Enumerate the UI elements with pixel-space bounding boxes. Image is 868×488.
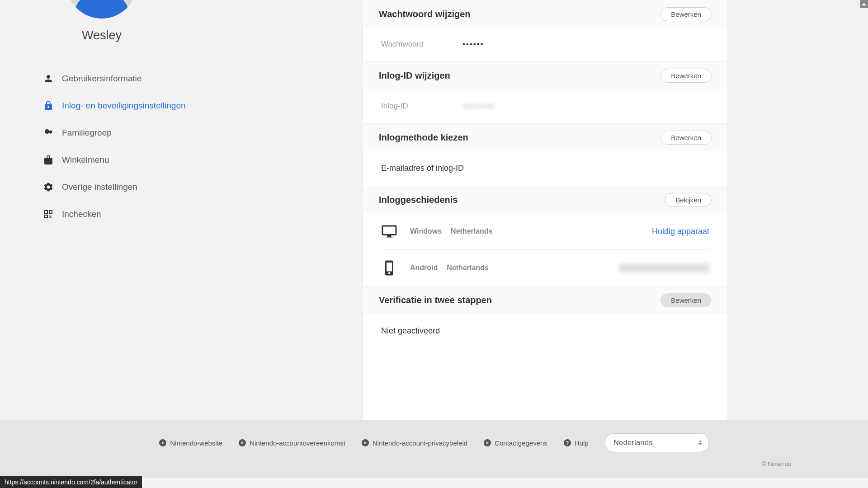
data-row: Inlog-ID obscured [381,97,709,115]
footer-link-label: Nintendo-accountovereenkomst [250,439,345,447]
section-header: Wachtwoord wijzigen Bewerken [363,0,727,27]
section-body: Niet geactiveerd [363,314,727,348]
login-id-value: obscured [462,102,494,111]
section-body: Inlog-ID obscured [363,89,727,123]
two-factor-value: Niet geactiveerd [381,326,440,336]
edit-two-factor-button[interactable]: Bewerken [660,293,712,307]
gear-icon [43,182,54,192]
edit-login-id-button[interactable]: Bewerken [660,69,712,83]
nav-label: Familiegroep [62,128,112,138]
section-title: Inlogmethode kiezen [379,132,468,143]
browser-status-bar: https://accounts.nintendo.com/2fa/authen… [0,476,142,488]
section-title: Inloggeschiedenis [379,195,458,205]
sidebar-item-check-in[interactable]: Inchecken [43,201,233,228]
shop-icon [43,155,54,165]
history-location: Netherlands [447,264,488,272]
history-os: Windows [410,227,442,235]
history-info: Windows Netherlands [410,227,639,235]
section-header: Inloggeschiedenis Bekijken [363,186,727,213]
mobile-icon [381,260,397,276]
language-value: Nederlands [613,438,653,447]
language-select[interactable]: Nederlands [605,433,709,452]
arrow-icon [362,439,369,446]
section-header: Verificatie in twee stappen Bewerken [363,286,727,314]
sidebar-item-family-group[interactable]: Familiegroep [43,119,233,146]
data-row: Wachtwoord •••••• [381,35,709,53]
section-body: Wachtwoord •••••• [363,27,727,61]
login-method-value: E-mailadres of inlog-ID [381,164,464,173]
copyright: © Nintendo [77,460,791,467]
chevron-updown-icon [698,440,702,446]
nav-label: Overige instellingen [62,182,137,192]
edit-login-method-button[interactable]: Bewerken [660,131,712,145]
section-title: Verificatie in twee stappen [379,295,492,305]
footer-links: Nintendo-website Nintendo-accountovereen… [159,433,708,452]
section-body: Windows Netherlands Huidig apparaat Andr… [363,213,727,286]
footer-link-label: Nintendo-website [170,439,222,447]
arrow-icon [239,439,246,446]
section-title: Wachtwoord wijzigen [379,9,471,19]
sidebar: Wesley Gebruikersinformatie Inlog- en be… [0,0,226,420]
svg-point-1 [49,131,52,134]
history-row: Windows Netherlands Huidig apparaat [381,213,709,250]
history-row: Android Netherlands [381,250,709,286]
section-login-id: Inlog-ID wijzigen Bewerken Inlog-ID obsc… [363,62,727,124]
section-login-method: Inlogmethode kiezen Bewerken E-mailadres… [363,124,727,186]
data-row: Niet geactiveerd [381,322,709,340]
history-timestamp [619,263,709,272]
history-location: Netherlands [451,227,492,235]
footer-link-label: Hulp [575,439,589,447]
qr-icon [43,209,54,220]
username: Wesley [82,28,122,42]
nav-label: Inlog- en beveiligingsinstellingen [62,101,186,111]
sidebar-nav: Gebruikersinformatie Inlog- en beveiligi… [43,65,233,228]
sidebar-item-shop-menu[interactable]: Winkelmenu [43,146,233,174]
nav-label: Gebruikersinformatie [62,74,142,84]
view-history-button[interactable]: Bekijken [665,193,712,207]
avatar-section: Wesley [34,0,170,42]
footer-link-help[interactable]: ? Hulp [564,439,589,447]
avatar[interactable] [66,0,137,19]
footer-link-contact[interactable]: Contactgegevens [484,439,547,447]
footer-link-website[interactable]: Nintendo-website [159,439,222,447]
section-login-history: Inloggeschiedenis Bekijken Windows Nethe… [363,186,727,286]
data-row: E-mailadres of inlog-ID [381,159,709,178]
footer: Nintendo-website Nintendo-accountovereen… [0,420,868,478]
history-os: Android [410,264,438,272]
help-icon: ? [564,439,571,446]
section-body: E-mailadres of inlog-ID [363,151,727,186]
footer-link-label: Nintendo-account-privacybeleid [373,439,467,447]
sidebar-item-login-security[interactable]: Inlog- en beveiligingsinstellingen [43,92,233,119]
history-info: Android Netherlands [410,264,606,272]
sidebar-item-user-info[interactable]: Gebruikersinformatie [43,65,233,92]
main-content: Wachtwoord wijzigen Bewerken Wachtwoord … [363,0,727,420]
family-icon [43,127,54,138]
section-password: Wachtwoord wijzigen Bewerken Wachtwoord … [363,0,727,62]
current-device-label: Huidig apparaat [652,227,709,236]
lock-icon [43,100,54,111]
footer-link-agreement[interactable]: Nintendo-accountovereenkomst [239,439,345,447]
edit-password-button[interactable]: Bewerken [660,7,712,21]
section-two-factor: Verificatie in twee stappen Bewerken Nie… [363,286,727,348]
footer-link-privacy[interactable]: Nintendo-account-privacybeleid [362,439,467,447]
password-label: Wachtwoord [381,40,462,49]
arrow-icon [159,439,166,446]
sidebar-item-other-settings[interactable]: Overige instellingen [43,174,233,201]
section-header: Inlogmethode kiezen Bewerken [363,124,727,151]
arrow-icon [484,439,491,446]
password-value: •••••• [462,40,484,49]
nav-label: Winkelmenu [62,155,109,165]
login-id-label: Inlog-ID [381,102,462,111]
section-title: Inlog-ID wijzigen [379,70,450,81]
desktop-icon [381,223,397,239]
section-header: Inlog-ID wijzigen Bewerken [363,62,727,89]
person-icon [43,73,54,84]
nav-label: Inchecken [62,209,101,219]
scroll-up-button[interactable] [860,0,868,8]
footer-link-label: Contactgegevens [495,439,547,447]
